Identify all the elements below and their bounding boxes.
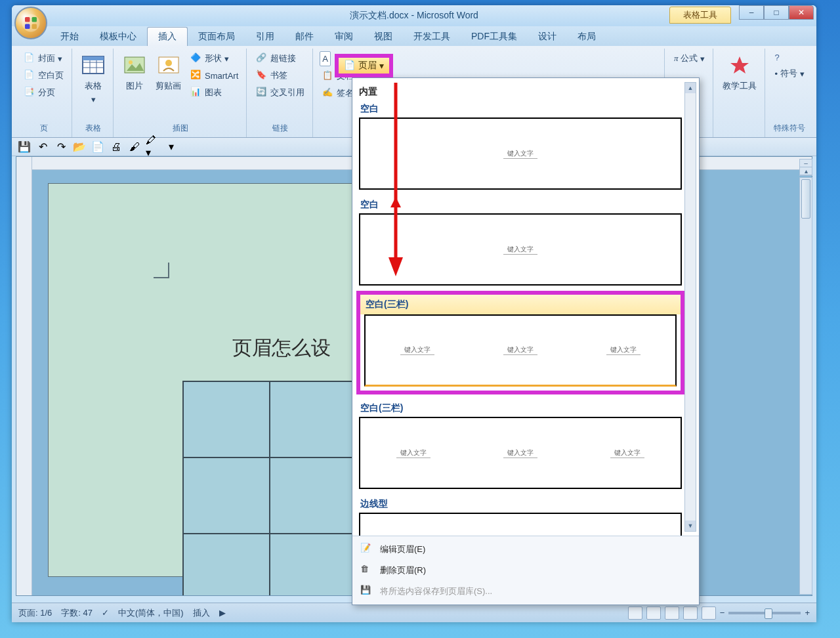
document-table[interactable] bbox=[182, 381, 357, 595]
tab-开始[interactable]: 开始 bbox=[50, 28, 89, 46]
close-button[interactable]: ✕ bbox=[789, 5, 814, 20]
brush-icon[interactable]: 🖌 bbox=[127, 140, 142, 154]
gallery-scrollbar[interactable]: ▲ ▼ bbox=[684, 82, 696, 532]
tab-开发工具[interactable]: 开发工具 bbox=[403, 28, 461, 46]
blank-page-button[interactable]: 📄空白页 bbox=[21, 68, 66, 83]
gallery-item[interactable]: 空白键入文字 bbox=[359, 196, 682, 286]
gallery-preview: 键入文字键入文字键入文字 bbox=[359, 417, 682, 489]
view-draft-icon[interactable] bbox=[702, 606, 716, 620]
tab-设计[interactable]: 设计 bbox=[528, 28, 567, 46]
textbox-button[interactable]: A bbox=[320, 51, 331, 66]
gallery-item-title: 空白 bbox=[359, 100, 682, 117]
scroll-up-icon[interactable]: ▲ bbox=[685, 83, 696, 93]
statusbar: 页面: 1/6 字数: 47 ✓ 中文(简体，中国) 插入 ▶ − + bbox=[12, 603, 816, 622]
smartart-button[interactable]: 🔀SmartArt bbox=[188, 68, 241, 83]
vertical-scrollbar[interactable] bbox=[799, 177, 812, 595]
minimize-button[interactable]: – bbox=[739, 5, 764, 20]
page-break-button[interactable]: 📑分页 bbox=[21, 85, 58, 100]
picture-icon bbox=[123, 54, 146, 77]
delete-icon: 🗑 bbox=[360, 564, 373, 577]
signature-icon: ✍ bbox=[322, 87, 334, 99]
macro-icon[interactable]: ▶ bbox=[219, 608, 226, 618]
page-status[interactable]: 页面: 1/6 bbox=[18, 607, 52, 619]
edit-icon: 📝 bbox=[360, 543, 373, 556]
tab-PDF工具集[interactable]: PDF工具集 bbox=[461, 28, 528, 46]
teaching-button[interactable]: 教学工具 bbox=[720, 51, 759, 95]
break-icon: 📑 bbox=[24, 87, 35, 98]
page-heading[interactable]: 页眉怎么设 bbox=[232, 335, 331, 362]
blank-icon: 📄 bbox=[24, 70, 35, 81]
tab-审阅[interactable]: 审阅 bbox=[324, 28, 364, 46]
tab-引用[interactable]: 引用 bbox=[245, 28, 285, 46]
chart-button[interactable]: 📊图表 bbox=[188, 85, 241, 100]
tab-插入[interactable]: 插入 bbox=[147, 27, 188, 46]
view-print-icon[interactable] bbox=[628, 606, 642, 620]
proof-icon[interactable]: ✓ bbox=[102, 608, 109, 618]
undo-icon[interactable]: ↶ bbox=[35, 140, 50, 154]
bookmark-button[interactable]: 🔖书签 bbox=[253, 68, 290, 83]
redo-icon[interactable]: ↷ bbox=[54, 140, 68, 154]
group-links: 🔗超链接 🔖书签 🔄交叉引用 链接 bbox=[248, 49, 313, 137]
context-tab-table-tools[interactable]: 表格工具 bbox=[669, 7, 731, 24]
scroll-down-icon[interactable]: ▼ bbox=[685, 521, 696, 531]
crossref-button[interactable]: 🔄交叉引用 bbox=[253, 85, 307, 100]
svg-rect-3 bbox=[25, 24, 30, 30]
office-button[interactable] bbox=[14, 7, 47, 39]
gallery-preview: 键入文字键入文字键入文字 bbox=[364, 314, 677, 387]
hyperlink-icon: 🔗 bbox=[256, 53, 268, 64]
header-button-highlighted[interactable]: 📄 页眉 ▾ bbox=[335, 54, 393, 77]
titlebar: 演示文档.docx - Microsoft Word 表格工具 – □ ✕ bbox=[12, 5, 816, 26]
help-button[interactable]: ? bbox=[772, 51, 782, 64]
equation-button[interactable]: π 公式 ▾ bbox=[671, 51, 708, 66]
cover-page-button[interactable]: 📄封面 ▾ bbox=[21, 51, 65, 66]
gallery-item[interactable]: 空白(三栏)键入文字键入文字键入文字 bbox=[356, 291, 684, 394]
more-icon[interactable]: ▾ bbox=[164, 140, 178, 154]
shapes-button[interactable]: 🔷形状 ▾ bbox=[188, 51, 241, 66]
svg-rect-1 bbox=[25, 17, 30, 22]
picture-button[interactable]: 图片 bbox=[120, 51, 149, 95]
group-label: 特殊符号 bbox=[772, 121, 807, 136]
header-gallery-dropdown: 内置 空白键入文字空白键入文字空白(三栏)键入文字键入文字键入文字空白(三栏)键… bbox=[352, 77, 700, 605]
gallery-section-title: 内置 bbox=[359, 82, 682, 100]
gallery-item-title: 空白(三栏) bbox=[359, 400, 682, 417]
clipart-button[interactable]: 剪贴画 bbox=[153, 51, 184, 95]
gallery-scroll[interactable]: 内置 空白键入文字空白键入文字空白(三栏)键入文字键入文字键入文字空白(三栏)键… bbox=[352, 78, 699, 536]
new-icon[interactable]: 📄 bbox=[91, 140, 105, 154]
tab-模板中心[interactable]: 模板中心 bbox=[89, 28, 147, 46]
gallery-item[interactable]: 边线型[键入文档标题] bbox=[359, 496, 682, 536]
zoom-out-icon[interactable]: − bbox=[720, 608, 725, 618]
svg-point-14 bbox=[165, 60, 172, 66]
language-status[interactable]: 中文(简体，中国) bbox=[118, 607, 184, 619]
star-icon bbox=[728, 54, 751, 77]
cover-icon: 📄 bbox=[24, 53, 35, 64]
tab-视图[interactable]: 视图 bbox=[364, 28, 403, 46]
view-web-icon[interactable] bbox=[665, 606, 679, 620]
insert-mode[interactable]: 插入 bbox=[193, 607, 210, 619]
save-icon[interactable]: 💾 bbox=[17, 140, 32, 154]
tab-页面布局[interactable]: 页面布局 bbox=[188, 28, 245, 46]
svg-point-12 bbox=[129, 60, 133, 64]
footer-item-label: 编辑页眉(E) bbox=[380, 543, 425, 555]
maximize-button[interactable]: □ bbox=[764, 5, 789, 20]
vertical-ruler[interactable] bbox=[16, 157, 32, 595]
print-icon[interactable]: 🖨 bbox=[109, 140, 123, 154]
view-outline-icon[interactable] bbox=[683, 606, 698, 620]
hyperlink-button[interactable]: 🔗超链接 bbox=[253, 51, 299, 66]
footer-delete[interactable]: 🗑删除页眉(R) bbox=[352, 560, 699, 581]
symbol-button[interactable]: • 符号 ▾ bbox=[772, 66, 807, 81]
tab-邮件[interactable]: 邮件 bbox=[285, 28, 324, 46]
word-count[interactable]: 字数: 47 bbox=[61, 607, 93, 619]
zoom-in-icon[interactable]: + bbox=[805, 608, 810, 618]
split-toggle[interactable]: –▴ bbox=[799, 159, 812, 176]
tab-布局[interactable]: 布局 bbox=[567, 28, 606, 46]
open-icon[interactable]: 📂 bbox=[72, 140, 87, 154]
gallery-item[interactable]: 空白键入文字 bbox=[359, 100, 682, 190]
zoom-slider[interactable] bbox=[728, 612, 801, 614]
highlight-icon[interactable]: 🖍▾ bbox=[146, 140, 160, 154]
scrollbar-thumb[interactable] bbox=[801, 179, 810, 219]
table-button[interactable]: 表格 ▾ bbox=[79, 51, 108, 107]
group-label: 插图 bbox=[120, 121, 241, 136]
view-read-icon[interactable] bbox=[646, 606, 661, 620]
footer-edit[interactable]: 📝编辑页眉(E) bbox=[352, 539, 699, 560]
gallery-item[interactable]: 空白(三栏)键入文字键入文字键入文字 bbox=[359, 400, 682, 489]
